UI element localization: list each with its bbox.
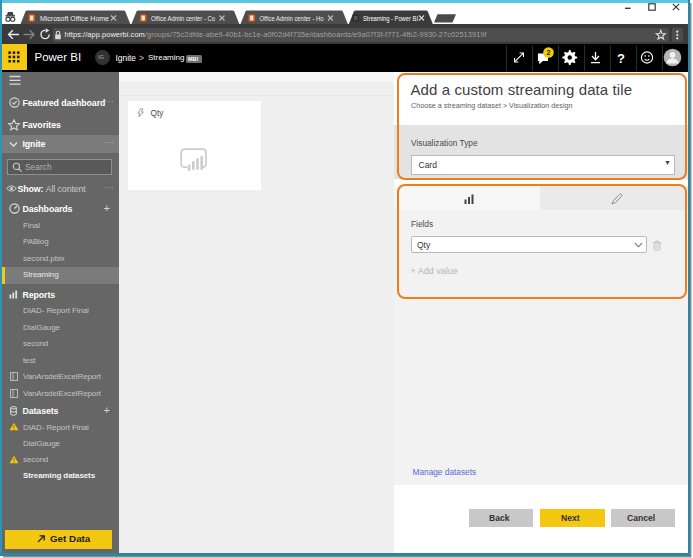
svg-text:Office Admin center - Co: Office Admin center - Co <box>151 15 215 22</box>
svg-text:?: ? <box>617 51 625 66</box>
svg-text:2: 2 <box>547 49 551 56</box>
svg-text:Streaming - Power BI: Streaming - Power BI <box>363 15 418 23</box>
svg-text:Microsoft Office Home: Microsoft Office Home <box>40 15 109 22</box>
svg-text:Office Admin center - Ho: Office Admin center - Ho <box>260 15 324 22</box>
